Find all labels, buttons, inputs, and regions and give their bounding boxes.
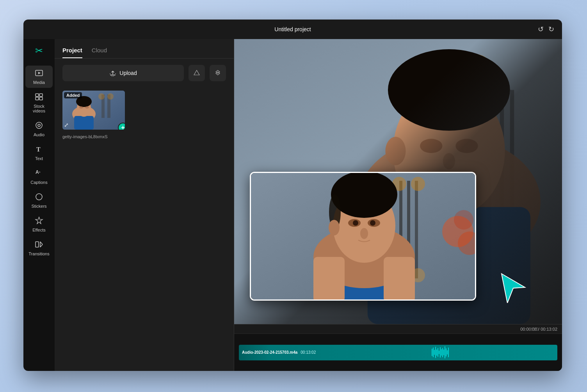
text-label: Text <box>35 156 43 161</box>
dropbox-button[interactable] <box>210 65 226 81</box>
app-logo: ✂ <box>35 45 43 56</box>
svg-rect-5 <box>39 97 43 100</box>
effects-label: Effects <box>32 228 45 232</box>
svg-point-77 <box>353 220 358 226</box>
svg-point-78 <box>370 220 375 226</box>
stock-videos-icon <box>35 93 43 102</box>
stickers-icon <box>35 192 43 202</box>
svg-point-25 <box>107 93 114 100</box>
dropbox-icon <box>214 69 221 77</box>
main-content: ✂ Media <box>23 39 562 371</box>
svg-point-32 <box>85 106 89 109</box>
cursor-icon <box>500 272 527 303</box>
undo-button[interactable]: ↺ <box>538 26 544 33</box>
upload-label: Upload <box>119 70 137 76</box>
captions-icon: A * <box>35 169 43 178</box>
svg-marker-80 <box>502 274 525 303</box>
media-toolbar: Upload <box>55 59 234 87</box>
svg-point-11 <box>36 194 42 200</box>
svg-marker-12 <box>36 217 43 224</box>
svg-point-31 <box>79 106 83 109</box>
svg-text:T: T <box>36 146 41 153</box>
svg-rect-3 <box>39 94 43 96</box>
timeline-tracks: Audio-2023-02-24-215703.m4a 00:13:02 <box>234 334 562 371</box>
svg-point-65 <box>454 210 473 230</box>
sidebar-item-stickers[interactable]: Stickers <box>25 189 53 212</box>
transitions-icon <box>35 240 43 250</box>
expand-icon: ⤢ <box>64 122 69 128</box>
svg-rect-58 <box>415 181 418 278</box>
audio-track-label: Audio-2023-02-24-215703.m4a <box>242 350 297 355</box>
upload-button[interactable]: Upload <box>62 65 184 81</box>
svg-text:*: * <box>39 171 41 175</box>
added-badge: Added <box>64 92 82 98</box>
svg-line-14 <box>40 242 43 244</box>
media-tabs: Project Cloud <box>55 39 234 59</box>
project-title: Untitled project <box>274 26 311 32</box>
preview-canvas <box>234 39 562 324</box>
transitions-label: Transitions <box>28 251 49 256</box>
header-bar: Untitled project ↺ ↻ <box>23 20 562 39</box>
sidebar: ✂ Media <box>23 39 55 371</box>
redo-button[interactable]: ↻ <box>548 26 554 33</box>
sidebar-item-audio[interactable]: Audio <box>25 118 53 140</box>
svg-point-74 <box>329 220 340 235</box>
media-grid: Added ⤢ + getty-images-bL8txmxS <box>55 87 234 371</box>
svg-marker-1 <box>38 72 41 74</box>
media-item[interactable]: Added ⤢ + getty-images-bL8txmxS <box>62 91 125 139</box>
timeline-area: 00:00:00 / 00:13:02 00:20 Audio-2023-02-… <box>234 324 562 371</box>
app-container: Untitled project ↺ ↻ ✂ Media <box>23 20 562 371</box>
sidebar-item-effects[interactable]: Effects <box>25 213 53 235</box>
svg-line-15 <box>40 244 43 247</box>
time-counter: 00:00:00 / 00:13:02 <box>520 327 557 331</box>
effects-icon <box>35 216 43 226</box>
sidebar-item-media[interactable]: Media <box>25 66 53 88</box>
sidebar-item-transitions[interactable]: Transitions <box>25 237 53 259</box>
google-drive-button[interactable] <box>189 65 205 81</box>
svg-rect-69 <box>384 257 415 301</box>
zoomed-preview-window <box>250 172 476 301</box>
audio-label: Audio <box>34 132 44 137</box>
svg-point-72 <box>331 173 397 218</box>
svg-rect-13 <box>36 242 39 247</box>
timeline-ruler: 00:00:00 / 00:13:02 00:20 <box>234 324 562 334</box>
media-filename: getty-images-bL8txmxS <box>62 134 125 139</box>
audio-track-duration: 00:13:02 <box>301 350 316 355</box>
audio-track[interactable]: Audio-2023-02-24-215703.m4a 00:13:02 <box>239 345 557 360</box>
svg-rect-2 <box>36 94 39 96</box>
media-label: Media <box>33 80 45 85</box>
media-panel: Project Cloud Upload <box>55 39 234 371</box>
stock-videos-label: Stock videos <box>27 104 51 113</box>
svg-point-24 <box>98 93 105 100</box>
svg-marker-17 <box>194 70 199 75</box>
svg-text:A: A <box>36 169 39 175</box>
svg-rect-27 <box>74 116 94 130</box>
svg-rect-68 <box>313 257 345 301</box>
media-thumbnail: Added ⤢ + <box>62 91 125 130</box>
svg-rect-4 <box>36 97 39 100</box>
captions-label: Captions <box>30 180 47 185</box>
svg-point-7 <box>38 124 40 127</box>
tab-project[interactable]: Project <box>62 47 82 58</box>
google-drive-icon <box>193 69 200 77</box>
preview-area: 00:00:00 / 00:13:02 00:20 Audio-2023-02-… <box>234 39 562 371</box>
audio-waveform <box>430 345 557 360</box>
header-actions: ↺ ↻ <box>538 26 554 33</box>
zoomed-preview-image <box>251 173 476 301</box>
svg-point-79 <box>360 228 368 239</box>
sidebar-item-text[interactable]: T Text <box>25 142 53 164</box>
upload-icon <box>109 69 116 77</box>
audio-icon <box>35 121 43 131</box>
text-icon: T <box>35 145 43 155</box>
tab-cloud[interactable]: Cloud <box>92 47 107 58</box>
svg-point-60 <box>411 177 425 191</box>
sidebar-item-stock-videos[interactable]: Stock videos <box>25 89 53 116</box>
cursor-arrow <box>500 272 527 305</box>
stickers-label: Stickers <box>31 204 46 208</box>
media-icon <box>35 69 43 78</box>
sidebar-item-captions[interactable]: A * Captions <box>25 166 53 188</box>
timeline-mark-20: 00:20 <box>529 327 539 331</box>
svg-point-6 <box>36 122 42 128</box>
